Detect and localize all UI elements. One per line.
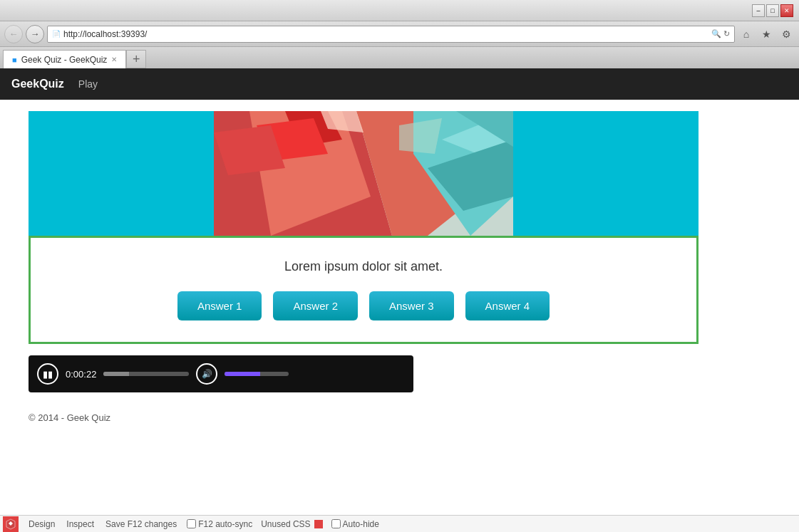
volume-button[interactable]: 🔊 [196, 363, 217, 385]
new-tab-button[interactable]: + [126, 50, 146, 68]
tab-bar: ■ Geek Quiz - GeekQuiz ✕ + [0, 47, 799, 68]
vs-logo [3, 516, 19, 532]
tab-close-button[interactable]: ✕ [111, 56, 117, 63]
titlebar-controls: – □ ✕ [752, 4, 793, 17]
address-bar[interactable]: 📄 http://localhost:39393/ 🔍 ↻ [47, 26, 735, 43]
abstract-art [214, 111, 513, 236]
page-content: GeekQuiz Play [0, 68, 799, 515]
progress-bar-fill [103, 372, 129, 376]
answer-3-button[interactable]: Answer 3 [369, 291, 454, 320]
maximize-button[interactable]: □ [766, 4, 779, 17]
search-icon[interactable]: 🔍 [711, 29, 721, 38]
answer-4-button[interactable]: Answer 4 [465, 291, 550, 320]
tab-title: Geek Quiz - GeekQuiz [21, 55, 108, 65]
progress-bar[interactable] [103, 372, 189, 376]
player-time: 0:00:22 [66, 369, 96, 380]
answer-2-button[interactable]: Answer 2 [273, 291, 358, 320]
quiz-banner [29, 111, 699, 236]
quiz-answers: Answer 1 Answer 2 Answer 3 Answer 4 [177, 291, 550, 320]
volume-bar-fill [225, 372, 260, 376]
nav-toolbar: ← → 📄 http://localhost:39393/ 🔍 ↻ ⌂ ★ ⚙ [0, 21, 799, 47]
page-footer: © 2014 - Geek Quiz [0, 404, 799, 432]
volume-bar[interactable] [225, 372, 289, 376]
pause-button[interactable]: ▮▮ [37, 363, 58, 385]
page-icon: 📄 [52, 30, 61, 38]
autohide-checkbox[interactable] [331, 519, 341, 528]
address-actions: 🔍 ↻ [711, 29, 730, 38]
answer-1-button[interactable]: Answer 1 [177, 291, 262, 320]
close-button[interactable]: ✕ [780, 4, 793, 17]
quiz-question: Lorem ipsum dolor sit amet. [284, 259, 443, 274]
title-bar: – □ ✕ [0, 0, 799, 21]
autosync-checkbox-label[interactable]: F12 auto-sync [182, 519, 257, 529]
refresh-icon[interactable]: ↻ [723, 29, 730, 38]
active-tab[interactable]: ■ Geek Quiz - GeekQuiz ✕ [3, 50, 126, 68]
tab-favicon: ■ [12, 56, 17, 64]
app-brand: GeekQuiz [11, 78, 64, 90]
browser-window: – □ ✕ ← → 📄 http://localhost:39393/ 🔍 ↻ … [0, 0, 799, 515]
forward-button[interactable]: → [26, 25, 44, 43]
copyright-text: © 2014 - Geek Quiz [29, 412, 110, 423]
dev-toolbar: Design Inspect Save F12 changes F12 auto… [0, 515, 799, 532]
main-area: Lorem ipsum dolor sit amet. Answer 1 Ans… [0, 100, 799, 404]
home-icon[interactable]: ⌂ [738, 26, 755, 43]
autohide-checkbox-label[interactable]: Auto-hide [327, 519, 383, 529]
unusedcss-checkbox-label[interactable]: Unused CSS [257, 519, 326, 529]
media-player: ▮▮ 0:00:22 🔊 [29, 355, 413, 392]
app-navbar: GeekQuiz Play [0, 68, 799, 100]
autosync-checkbox[interactable] [187, 519, 196, 528]
back-button[interactable]: ← [4, 25, 23, 43]
unused-css-indicator [314, 520, 323, 528]
nav-play-link[interactable]: Play [78, 78, 98, 90]
inspect-button[interactable]: Inspect [61, 518, 100, 531]
address-text: http://localhost:39393/ [63, 29, 708, 39]
minimize-button[interactable]: – [752, 4, 765, 17]
favorites-icon[interactable]: ★ [758, 26, 775, 43]
settings-icon[interactable]: ⚙ [778, 26, 795, 43]
design-button[interactable]: Design [23, 518, 61, 531]
save-button[interactable]: Save F12 changes [100, 518, 182, 531]
quiz-box: Lorem ipsum dolor sit amet. Answer 1 Ans… [29, 236, 699, 344]
